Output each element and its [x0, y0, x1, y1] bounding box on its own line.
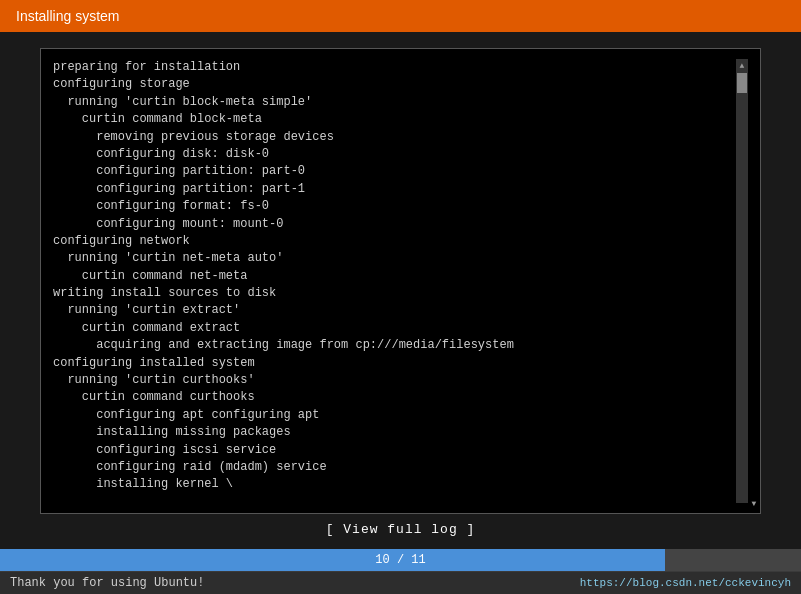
log-box: preparing for installation configuring s… [40, 48, 761, 514]
scrollbar-down-arrow[interactable]: ▼ [749, 499, 759, 509]
view-log-button[interactable]: [ View full log ] [326, 522, 476, 537]
progress-fill [0, 549, 665, 571]
log-scrollbar[interactable]: ▲ ▼ [736, 59, 748, 503]
progress-bar: 10 / 11 [0, 549, 801, 571]
title-label: Installing system [16, 8, 119, 24]
log-text: preparing for installation configuring s… [53, 59, 736, 503]
main-content: preparing for installation configuring s… [0, 32, 801, 549]
progress-label: 10 / 11 [375, 553, 425, 567]
view-log-bar: [ View full log ] [40, 514, 761, 541]
bottom-bar: 10 / 11 [0, 549, 801, 571]
scrollbar-thumb[interactable] [737, 73, 747, 93]
status-bar: Thank you for using Ubuntu! https://blog… [0, 571, 801, 594]
status-right-link: https://blog.csdn.net/cckevincyh [580, 577, 791, 589]
scrollbar-up-arrow[interactable]: ▲ [737, 61, 747, 71]
status-left-text: Thank you for using Ubuntu! [10, 576, 204, 590]
title-bar: Installing system [0, 0, 801, 32]
